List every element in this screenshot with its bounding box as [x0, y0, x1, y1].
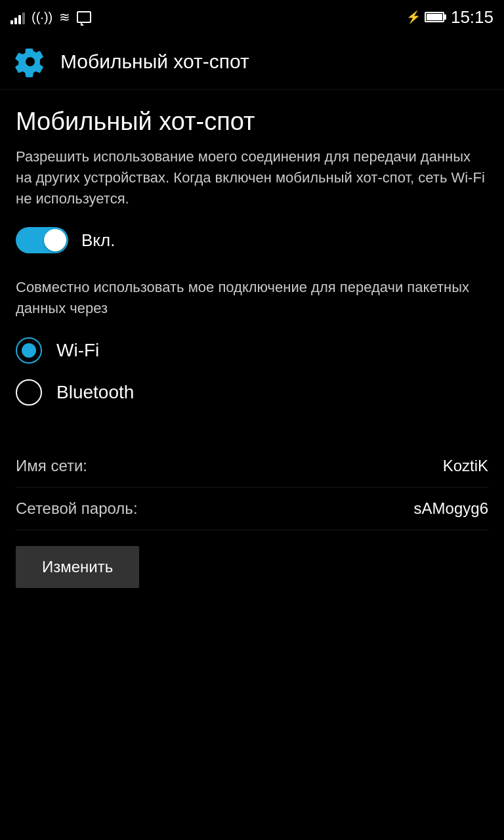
password-row: Сетевой пароль: sAMogyg6	[16, 488, 488, 530]
radio-inner-wifi	[22, 343, 36, 358]
cellular-icon: ((·))	[32, 10, 52, 25]
network-name-row: Имя сети: KoztiK	[16, 445, 488, 488]
toggle-knob	[44, 229, 66, 251]
network-name-label: Имя сети:	[16, 457, 87, 475]
password-value: sAMogyg6	[414, 499, 488, 518]
radio-circle-wifi	[16, 337, 42, 364]
toggle-label: Вкл.	[81, 230, 115, 251]
message-icon	[77, 11, 91, 23]
share-section-text: Совместно использовать мое подключение д…	[16, 277, 488, 319]
main-content: Мобильный хот-спот Разрешить использован…	[0, 90, 504, 606]
status-time: 15:15	[451, 7, 494, 28]
status-bar: ((·)) ≋ ⚡ 15:15	[0, 0, 504, 34]
signal-icon	[10, 10, 25, 24]
status-left-icons: ((·)) ≋	[10, 9, 91, 25]
page-title: Мобильный хот-спот	[16, 108, 488, 136]
wave-icon: ≋	[59, 9, 70, 25]
settings-icon	[13, 45, 47, 79]
page-description: Разрешить использование моего соединения…	[16, 146, 488, 209]
battery-icon	[425, 12, 444, 22]
radio-circle-bluetooth	[16, 379, 42, 406]
hotspot-toggle-row: Вкл.	[16, 227, 488, 253]
radio-label-wifi: Wi-Fi	[56, 340, 99, 361]
radio-option-wifi[interactable]: Wi-Fi	[16, 337, 488, 364]
header-title: Мобильный хот-спот	[60, 51, 249, 73]
hotspot-toggle[interactable]	[16, 227, 68, 253]
status-right-icons: ⚡ 15:15	[406, 7, 494, 28]
radio-option-bluetooth[interactable]: Bluetooth	[16, 379, 488, 406]
edit-button[interactable]: Изменить	[16, 546, 139, 588]
network-info-section: Имя сети: KoztiK Сетевой пароль: sAMogyg…	[16, 432, 488, 530]
charging-icon: ⚡	[406, 10, 421, 24]
password-label: Сетевой пароль:	[16, 499, 138, 518]
radio-label-bluetooth: Bluetooth	[56, 382, 134, 403]
network-name-value: KoztiK	[443, 457, 488, 475]
header-bar: Мобильный хот-спот	[0, 34, 504, 90]
